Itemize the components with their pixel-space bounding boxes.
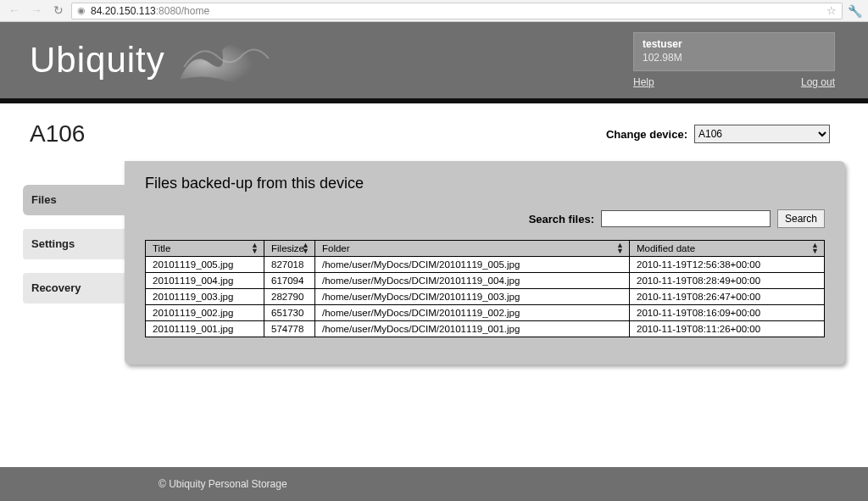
username-label: testuser xyxy=(643,38,826,52)
cell-modified: 2010-11-19T08:16:09+00:00 xyxy=(630,305,825,321)
smoke-graphic xyxy=(175,33,277,92)
tab-recovery[interactable]: Recovery xyxy=(23,273,125,303)
col-header-folder-label: Folder xyxy=(322,243,350,253)
col-header-modified-label: Modified date xyxy=(637,243,695,253)
cell-filesize: 617094 xyxy=(264,273,315,289)
url-bar[interactable]: ◉ 84.20.150.113:8080/home ☆ xyxy=(71,3,843,19)
sort-icon: ▲▼ xyxy=(811,242,819,254)
bookmark-icon[interactable]: ☆ xyxy=(826,4,837,17)
cell-modified: 2010-11-19T12:56:38+00:00 xyxy=(630,257,825,273)
cell-title: 20101119_002.jpg xyxy=(146,305,264,321)
back-button[interactable]: ← xyxy=(5,3,24,19)
sort-icon: ▲▼ xyxy=(302,242,309,254)
col-header-modified[interactable]: Modified date ▲▼ xyxy=(630,241,825,257)
url-path: /home xyxy=(181,5,209,17)
cell-folder: /home/user/MyDocs/DCIM/20101119_005.jpg xyxy=(315,257,630,273)
table-row[interactable]: 20101119_002.jpg651730/home/user/MyDocs/… xyxy=(146,305,825,321)
cell-title: 20101119_004.jpg xyxy=(146,273,264,289)
side-tabs: Files Settings Recovery xyxy=(23,161,125,365)
cell-folder: /home/user/MyDocs/DCIM/20101119_004.jpg xyxy=(315,273,630,289)
table-header-row: Title ▲▼ Filesize ▲▼ Folder ▲▼ Modifie xyxy=(146,241,825,257)
device-select[interactable]: A106 xyxy=(694,125,830,143)
quota-label: 102.98M xyxy=(643,52,826,65)
sort-icon: ▲▼ xyxy=(251,242,259,254)
change-device-label: Change device: xyxy=(606,128,687,141)
sort-icon: ▲▼ xyxy=(616,242,624,254)
cell-modified: 2010-11-19T08:11:26+00:00 xyxy=(630,321,825,337)
user-info-box: testuser 102.98M xyxy=(633,32,835,70)
help-link[interactable]: Help xyxy=(633,76,654,88)
cell-filesize: 651730 xyxy=(264,305,315,321)
url-port: :8080 xyxy=(156,5,181,17)
footer: © Ubiquity Personal Storage xyxy=(0,467,868,501)
table-row[interactable]: 20101119_001.jpg574778/home/user/MyDocs/… xyxy=(146,321,825,337)
search-button[interactable]: Search xyxy=(777,209,825,228)
change-device-control: Change device: A106 xyxy=(606,125,830,143)
files-table: Title ▲▼ Filesize ▲▼ Folder ▲▼ Modifie xyxy=(145,240,825,337)
user-area: testuser 102.98M Help Log out xyxy=(633,32,845,87)
reload-button[interactable]: ↻ xyxy=(49,3,68,19)
cell-folder: /home/user/MyDocs/DCIM/20101119_001.jpg xyxy=(315,321,630,337)
cell-title: 20101119_001.jpg xyxy=(146,321,264,337)
logout-link[interactable]: Log out xyxy=(801,76,835,88)
panel-title: Files backed-up from this device xyxy=(145,175,825,192)
footer-copyright: © Ubiquity Personal Storage xyxy=(159,478,287,490)
cell-filesize: 574778 xyxy=(264,321,315,337)
app-logo: Ubiquity xyxy=(23,40,165,81)
cell-filesize: 827018 xyxy=(264,257,315,273)
url-host: 84.20.150.113 xyxy=(91,5,156,17)
cell-filesize: 282790 xyxy=(264,289,315,305)
cell-folder: /home/user/MyDocs/DCIM/20101119_003.jpg xyxy=(315,289,630,305)
main-panel: Files backed-up from this device Search … xyxy=(125,161,845,365)
wrench-icon[interactable]: 🔧 xyxy=(846,4,863,18)
table-row[interactable]: 20101119_004.jpg617094/home/user/MyDocs/… xyxy=(146,273,825,289)
col-header-title-label: Title xyxy=(153,243,170,253)
app-header: Ubiquity testuser 102.98M Help Log out xyxy=(0,22,868,98)
tab-files[interactable]: Files xyxy=(23,185,125,215)
col-header-filesize[interactable]: Filesize ▲▼ xyxy=(264,241,315,257)
cell-title: 20101119_005.jpg xyxy=(146,257,264,273)
cell-title: 20101119_003.jpg xyxy=(146,289,264,305)
col-header-filesize-label: Filesize xyxy=(271,243,304,253)
table-row[interactable]: 20101119_005.jpg827018/home/user/MyDocs/… xyxy=(146,257,825,273)
logo-text: Ubiquity xyxy=(30,40,165,80)
table-row[interactable]: 20101119_003.jpg282790/home/user/MyDocs/… xyxy=(146,289,825,305)
tab-settings[interactable]: Settings xyxy=(23,229,125,259)
search-input[interactable] xyxy=(601,210,771,227)
globe-icon: ◉ xyxy=(77,5,86,16)
forward-button[interactable]: → xyxy=(27,3,46,19)
browser-toolbar: ← → ↻ ◉ 84.20.150.113:8080/home ☆ 🔧 xyxy=(0,0,868,22)
col-header-folder[interactable]: Folder ▲▼ xyxy=(315,241,630,257)
search-row: Search files: Search xyxy=(145,209,825,228)
cell-folder: /home/user/MyDocs/DCIM/20101119_002.jpg xyxy=(315,305,630,321)
cell-modified: 2010-11-19T08:26:47+00:00 xyxy=(630,289,825,305)
page-body: A106 Change device: A106 Files Settings … xyxy=(23,103,845,365)
search-label: Search files: xyxy=(529,213,594,225)
col-header-title[interactable]: Title ▲▼ xyxy=(146,241,264,257)
device-title: A106 xyxy=(30,120,85,148)
cell-modified: 2010-11-19T08:28:49+00:00 xyxy=(630,273,825,289)
